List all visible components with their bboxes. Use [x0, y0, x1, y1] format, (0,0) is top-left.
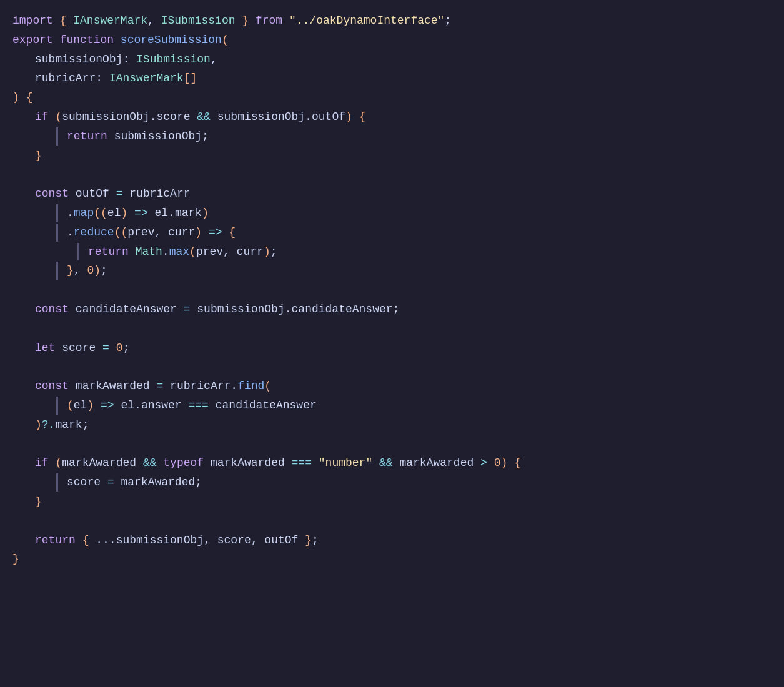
code-line-25: score = markAwarded;: [0, 473, 784, 492]
code-line-3: submissionObj: ISubmission,: [0, 50, 784, 69]
code-line-27: [0, 512, 784, 531]
code-line-28: return { ...submissionObj, score, outOf …: [0, 531, 784, 550]
code-line-22: )?.mark;: [0, 415, 784, 435]
indent-bar: [56, 262, 58, 280]
code-line-23: [0, 435, 784, 454]
code-line-19: [0, 357, 784, 377]
code-line-7: return submissionObj;: [0, 127, 784, 146]
code-line-1: import { IAnswerMark, ISubmission } from…: [0, 11, 784, 31]
code-line-9: [0, 165, 784, 184]
code-line-18: let score = 0;: [0, 339, 784, 358]
code-line-4: rubricArr: IAnswerMark[]: [0, 69, 784, 88]
indent-bar: [56, 397, 58, 415]
code-editor: import { IAnswerMark, ISubmission } from…: [0, 0, 784, 687]
keyword-import: import: [12, 12, 53, 30]
code-line-24: if (markAwarded && typeof markAwarded ==…: [0, 453, 784, 473]
code-line-10: const outOf = rubricArr: [0, 184, 784, 204]
indent-bar: [56, 127, 58, 146]
code-line-29: }: [0, 550, 784, 569]
code-line-8: }: [0, 146, 784, 166]
indent-bar: [56, 224, 58, 242]
code-line-15: [0, 280, 784, 300]
code-line-26: }: [0, 492, 784, 512]
indent-bar: [56, 473, 58, 492]
code-line-20: const markAwarded = rubricArr.find(: [0, 377, 784, 396]
code-line-21: (el) => el.answer === candidateAnswer: [0, 396, 784, 415]
indent-bar: [77, 243, 79, 261]
code-line-5: ) {: [0, 88, 784, 107]
indent-bar: [56, 204, 58, 222]
code-line-12: .reduce((prev, curr) => {: [0, 223, 784, 242]
code-line-11: .map((el) => el.mark): [0, 204, 784, 223]
code-line-17: [0, 319, 784, 339]
code-line-16: const candidateAnswer = submissionObj.ca…: [0, 300, 784, 319]
code-line-13: return Math.max(prev, curr);: [0, 242, 784, 262]
code-line-2: export function scoreSubmission(: [0, 31, 784, 50]
code-line-6: if (submissionObj.score && submissionObj…: [0, 107, 784, 127]
code-line-14: }, 0);: [0, 261, 784, 280]
